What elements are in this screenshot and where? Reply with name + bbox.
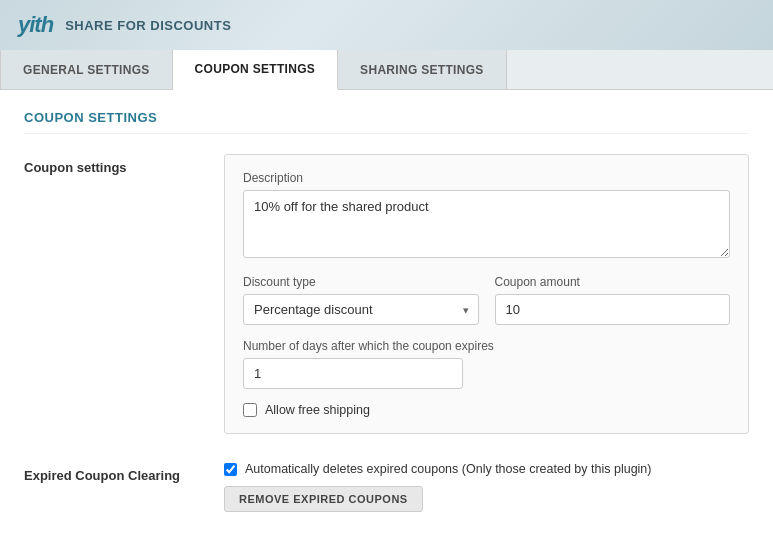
page-content: COUPON SETTINGS Coupon settings Descript… <box>0 90 773 553</box>
yith-logo: yith <box>18 12 53 38</box>
discount-type-field-group: Discount type Percentage discount Fixed … <box>243 275 479 325</box>
discount-type-label: Discount type <box>243 275 479 289</box>
tab-coupon-label: COUPON SETTINGS <box>195 62 316 76</box>
top-header: yith SHARE FOR DISCOUNTS <box>0 0 773 50</box>
coupon-settings-row: Coupon settings Description 10% off for … <box>24 154 749 434</box>
section-heading: COUPON SETTINGS <box>24 110 749 134</box>
tab-navigation: GENERAL SETTINGS COUPON SETTINGS SHARING… <box>0 50 773 90</box>
coupon-amount-label: Coupon amount <box>495 275 731 289</box>
coupon-amount-field-group: Coupon amount <box>495 275 731 325</box>
description-field-group: Description 10% off for the shared produ… <box>243 171 730 261</box>
logo-text: yith <box>18 12 53 38</box>
expired-control: Automatically deletes expired coupons (O… <box>224 462 749 512</box>
tab-general-label: GENERAL SETTINGS <box>23 63 150 77</box>
coupon-box: Description 10% off for the shared produ… <box>224 154 749 434</box>
expired-coupon-label: Expired Coupon Clearing <box>24 462 224 483</box>
description-textarea[interactable]: 10% off for the shared product <box>243 190 730 258</box>
coupon-settings-label: Coupon settings <box>24 154 224 175</box>
tab-coupon[interactable]: COUPON SETTINGS <box>173 50 339 90</box>
header-title: SHARE FOR DISCOUNTS <box>65 18 231 33</box>
free-shipping-row: Allow free shipping <box>243 403 730 417</box>
tab-general[interactable]: GENERAL SETTINGS <box>0 50 173 89</box>
coupon-settings-control: Description 10% off for the shared produ… <box>224 154 749 434</box>
expires-field-group: Number of days after which the coupon ex… <box>243 339 730 389</box>
discount-type-select[interactable]: Percentage discount Fixed cart discount … <box>243 294 479 325</box>
auto-delete-label: Automatically deletes expired coupons (O… <box>245 462 651 476</box>
tab-sharing-label: SHARING SETTINGS <box>360 63 483 77</box>
expires-input[interactable] <box>243 358 463 389</box>
expired-coupon-row: Expired Coupon Clearing Automatically de… <box>24 462 749 512</box>
free-shipping-label: Allow free shipping <box>265 403 370 417</box>
discount-amount-row: Discount type Percentage discount Fixed … <box>243 275 730 325</box>
tab-sharing[interactable]: SHARING SETTINGS <box>338 50 506 89</box>
auto-delete-checkbox[interactable] <box>224 463 237 476</box>
expires-label: Number of days after which the coupon ex… <box>243 339 730 353</box>
auto-delete-row: Automatically deletes expired coupons (O… <box>224 462 749 476</box>
description-label: Description <box>243 171 730 185</box>
discount-type-select-wrapper: Percentage discount Fixed cart discount … <box>243 294 479 325</box>
free-shipping-checkbox[interactable] <box>243 403 257 417</box>
coupon-amount-input[interactable] <box>495 294 731 325</box>
expired-coupon-control: Automatically deletes expired coupons (O… <box>224 462 749 512</box>
remove-expired-coupons-button[interactable]: REMOVE EXPIRED COUPONS <box>224 486 423 512</box>
